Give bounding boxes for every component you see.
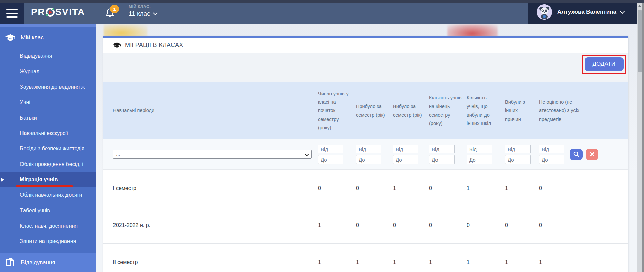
filter-from-input[interactable] bbox=[318, 145, 343, 153]
column-header-arrived: Прибуло за семестр (рік) bbox=[356, 102, 393, 120]
sidebar-item-migration-active[interactable]: Міграція учнів bbox=[0, 172, 96, 187]
graduation-cap-icon bbox=[113, 42, 121, 48]
my-class-value: 11 клас bbox=[129, 10, 150, 17]
row-value: 1 bbox=[393, 185, 429, 191]
row-value: 0 bbox=[467, 222, 505, 228]
row-value: 0 bbox=[318, 185, 356, 191]
filter-col-left-other-reasons bbox=[505, 145, 539, 164]
sidebar-item-safety-talks[interactable]: Бесіди з безпеки життєдія bbox=[0, 141, 96, 156]
row-period: 2021-2022 н. р. bbox=[113, 222, 318, 228]
column-header-periods: Навчальні періоди bbox=[113, 106, 318, 115]
clear-filter-button[interactable] bbox=[586, 149, 598, 160]
column-header-start-count: Число учнів у класі на початок семестру … bbox=[318, 90, 356, 132]
documents-icon bbox=[6, 258, 15, 267]
filter-from-input[interactable] bbox=[505, 145, 531, 153]
sidebar-item-report-cards[interactable]: Табелі учнів bbox=[0, 203, 96, 218]
add-button[interactable]: ДОДАТИ bbox=[585, 57, 624, 71]
filter-to-input[interactable] bbox=[318, 155, 343, 164]
sidebar-section-attendance[interactable]: Відвідування bbox=[0, 253, 96, 272]
row-value: 1 bbox=[318, 259, 356, 265]
search-button[interactable] bbox=[570, 149, 583, 160]
sidebar-section-label: Відвідування bbox=[21, 259, 55, 266]
filter-to-input[interactable] bbox=[505, 155, 531, 164]
toolbar: ДОДАТИ bbox=[103, 53, 628, 82]
row-value: 0 bbox=[539, 222, 589, 228]
filter-to-input[interactable] bbox=[393, 155, 418, 164]
sidebar-item-students[interactable]: Учні bbox=[0, 95, 96, 110]
hamburger-menu-icon[interactable] bbox=[0, 3, 24, 24]
graduation-cap-icon bbox=[5, 34, 15, 41]
sidebar-item-achievements-record[interactable]: Облік навчальних досягн bbox=[0, 187, 96, 203]
row-value: 1 bbox=[505, 185, 539, 191]
sidebar-section-my-class[interactable]: Мій клас bbox=[0, 27, 96, 48]
annotation-highlight-box: ДОДАТИ bbox=[582, 55, 627, 74]
notification-count-badge: 1 bbox=[110, 5, 119, 13]
sidebar-item-remarks[interactable]: Зауваження до ведення ж bbox=[0, 79, 96, 95]
filter-to-input[interactable] bbox=[429, 155, 455, 164]
filter-col-end-count bbox=[429, 145, 467, 164]
chevron-down-icon bbox=[620, 9, 625, 14]
sidebar-item-attendance[interactable]: Відвідування bbox=[0, 48, 96, 64]
close-icon bbox=[590, 152, 594, 156]
app-logo[interactable]: PRSVITA bbox=[31, 7, 85, 17]
period-select[interactable]: ... bbox=[113, 150, 312, 159]
filter-to-input[interactable] bbox=[356, 155, 381, 164]
sidebar-item-join-requests[interactable]: Запити на приєднання bbox=[0, 234, 96, 249]
row-period: ІІ семестр bbox=[113, 259, 318, 265]
filter-to-input[interactable] bbox=[467, 155, 492, 164]
window-top-strip bbox=[0, 0, 644, 3]
row-value: 0 bbox=[539, 185, 589, 191]
sidebar-top-strip bbox=[0, 24, 96, 27]
filter-from-input[interactable] bbox=[429, 145, 455, 153]
filter-from-input[interactable] bbox=[467, 145, 492, 153]
row-value: 1 bbox=[318, 222, 356, 228]
column-header-left-other-reasons: Вибули з інших причин bbox=[505, 98, 539, 124]
sidebar-item-journal[interactable]: Журнал bbox=[0, 64, 96, 79]
row-period: І семестр bbox=[113, 185, 318, 191]
migrations-card: МІГРАЦІЇ В КЛАСАХ ДОДАТИ Навчальні періо… bbox=[103, 36, 628, 272]
column-header-left-other-schools: Кількість учнів, що вибули до інших шкіл bbox=[467, 94, 505, 128]
sidebar-item-talks-record[interactable]: Облік проведення бесід, і bbox=[0, 156, 96, 172]
filter-col-left bbox=[393, 145, 429, 164]
logo-text-left: PR bbox=[31, 7, 45, 17]
sidebar-item-excursions[interactable]: Навчальні екскурсії bbox=[0, 126, 96, 141]
table-row: І семестр 0 0 1 0 1 1 0 bbox=[103, 170, 628, 207]
row-value: 0 bbox=[393, 222, 429, 228]
filter-col-left-other-schools bbox=[467, 145, 505, 164]
row-value: 1 bbox=[505, 259, 539, 265]
chevron-down-icon bbox=[153, 11, 158, 15]
period-select-wrap: ... bbox=[113, 150, 312, 159]
filter-col-arrived bbox=[356, 145, 393, 164]
active-red-underline bbox=[16, 185, 73, 187]
filter-from-input[interactable] bbox=[393, 145, 418, 153]
row-value: 1 bbox=[467, 259, 505, 265]
sidebar: Мій клас Відвідування Журнал Зауваження … bbox=[0, 24, 96, 272]
filter-from-input[interactable] bbox=[539, 145, 564, 153]
row-value: 1 bbox=[467, 185, 505, 191]
notifications-button[interactable]: 1 bbox=[105, 8, 114, 18]
filter-to-input[interactable] bbox=[539, 155, 564, 164]
row-value: 0 bbox=[356, 222, 393, 228]
sidebar-item-class-achievements[interactable]: Клас: навч. досягнення bbox=[0, 218, 96, 234]
my-class-dropdown[interactable]: МІЙ КЛАС: 11 клас bbox=[129, 4, 156, 17]
table-row: ІІ семестр 1 1 1 1 1 1 1 bbox=[103, 243, 628, 272]
user-menu[interactable]: Алтухова Валентина bbox=[528, 0, 637, 24]
avatar bbox=[537, 4, 552, 20]
logo-text-right: SVITA bbox=[55, 7, 85, 17]
scrollbar-up-arrow-icon[interactable] bbox=[638, 5, 641, 7]
top-bar: PRSVITA 1 МІЙ КЛАС: 11 клас Алтухова Вал… bbox=[0, 0, 644, 24]
search-icon bbox=[573, 151, 579, 157]
row-value: 1 bbox=[356, 259, 393, 265]
table-filter-row: ... bbox=[103, 139, 628, 170]
row-value: 0 bbox=[429, 222, 467, 228]
sidebar-items: Відвідування Журнал Зауваження до веденн… bbox=[0, 48, 96, 249]
logo-play-icon bbox=[46, 8, 55, 17]
filter-from-input[interactable] bbox=[356, 145, 381, 153]
page-scrollbar[interactable] bbox=[637, 0, 644, 272]
row-value: 0 bbox=[505, 222, 539, 228]
sidebar-item-parents[interactable]: Батьки bbox=[0, 110, 96, 126]
scrollbar-thumb[interactable] bbox=[638, 10, 642, 72]
table-row: 2021-2022 н. р. 1 0 0 0 0 0 0 bbox=[103, 207, 628, 243]
my-class-label: МІЙ КЛАС: bbox=[129, 4, 156, 9]
row-value: 1 bbox=[393, 259, 429, 265]
